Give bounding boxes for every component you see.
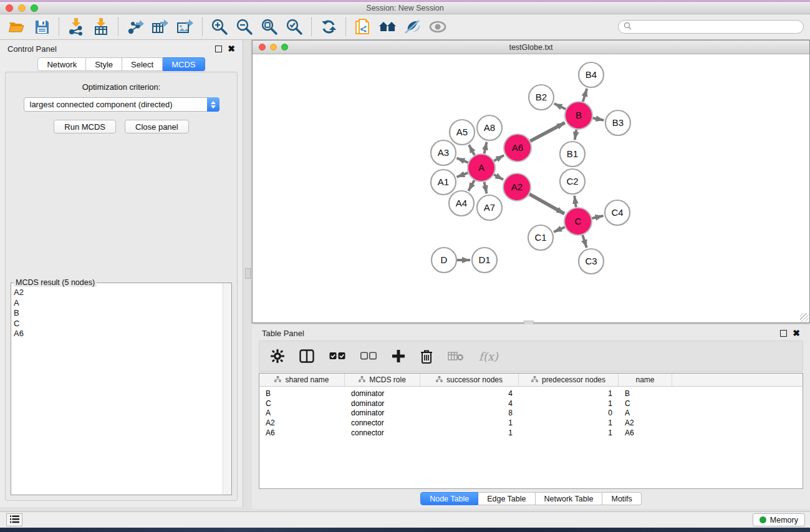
- zoom-fit-button[interactable]: [260, 17, 279, 36]
- import-table-button[interactable]: [92, 17, 110, 36]
- graph-edge-c-c2[interactable]: [574, 196, 576, 207]
- graph-node-a6[interactable]: A6: [504, 134, 531, 162]
- table-row[interactable]: A2connector11A2: [259, 418, 803, 428]
- mcds-result-item[interactable]: A: [14, 298, 223, 309]
- graph-node-c4[interactable]: C4: [605, 200, 630, 225]
- column-header-predecessor-nodes[interactable]: predecessor nodes: [519, 374, 619, 386]
- zoom-in-button[interactable]: [210, 17, 229, 36]
- mcds-result-list[interactable]: A2ABCA6: [11, 285, 223, 495]
- open-session-button[interactable]: [7, 17, 26, 36]
- run-mcds-button[interactable]: Run MCDS: [54, 120, 116, 133]
- close-table-panel-icon[interactable]: ✖: [793, 330, 800, 337]
- graph-node-a[interactable]: A: [468, 154, 495, 181]
- column-header-shared-name[interactable]: shared name: [259, 374, 345, 386]
- function-builder-icon[interactable]: f(x): [479, 350, 498, 363]
- graph-node-b4[interactable]: B4: [579, 62, 604, 87]
- table-cell[interactable]: 1: [420, 418, 519, 427]
- table-cell[interactable]: dominator: [345, 399, 420, 408]
- graph-node-c1[interactable]: C1: [528, 225, 553, 250]
- table-row[interactable]: Cdominator41C: [259, 399, 803, 409]
- network-canvas[interactable]: B4B2BB3A5A8A6A3B1AA1C2A2A4A7C4CC1DD1C3: [253, 54, 809, 322]
- mcds-result-item[interactable]: B: [14, 308, 223, 319]
- import-network-button[interactable]: [67, 17, 85, 36]
- zoom-selected-button[interactable]: [285, 17, 304, 36]
- graph-edge-a-a1[interactable]: [457, 173, 468, 177]
- float-panel-icon[interactable]: [215, 46, 222, 52]
- table-cell[interactable]: C: [259, 399, 345, 408]
- column-header-successor-nodes[interactable]: successor nodes: [420, 374, 519, 386]
- graph-edge-a-a4[interactable]: [468, 180, 474, 191]
- graph-node-d[interactable]: D: [432, 248, 456, 273]
- table-cell[interactable]: 1: [519, 428, 619, 437]
- graph-node-a8[interactable]: A8: [477, 115, 502, 140]
- table-cell[interactable]: 4: [420, 389, 519, 398]
- table-cell[interactable]: 8: [420, 409, 519, 417]
- float-table-panel-icon[interactable]: [780, 330, 787, 337]
- graph-edge-c-c4[interactable]: [592, 216, 603, 218]
- table-tab-node-table[interactable]: Node Table: [420, 492, 478, 505]
- tab-style[interactable]: Style: [86, 57, 122, 71]
- graph-node-d1[interactable]: D1: [472, 248, 497, 273]
- zoom-out-button[interactable]: [235, 17, 254, 36]
- graph-edge-a-a5[interactable]: [469, 145, 475, 155]
- window-resize-grip[interactable]: [800, 313, 809, 322]
- graph-edge-a-a8[interactable]: [485, 142, 487, 154]
- graph-node-c2[interactable]: C2: [560, 169, 585, 194]
- graph-node-a3[interactable]: A3: [431, 140, 456, 165]
- table-cell[interactable]: 0: [519, 409, 619, 417]
- table-tab-network-table[interactable]: Network Table: [536, 492, 603, 505]
- toggle-column-view-icon[interactable]: [299, 349, 314, 363]
- add-column-icon[interactable]: [392, 349, 405, 363]
- delete-column-icon[interactable]: [420, 349, 433, 364]
- table-row[interactable]: Bdominator41B: [259, 389, 803, 399]
- refresh-button[interactable]: [319, 17, 338, 36]
- hide-annotations-button[interactable]: [403, 17, 422, 36]
- table-cell[interactable]: A6: [259, 428, 345, 437]
- close-panel-icon[interactable]: ✖: [228, 46, 235, 52]
- search-field[interactable]: [618, 20, 804, 34]
- mcds-result-item[interactable]: C: [14, 319, 223, 329]
- criterion-dropdown[interactable]: largest connected component (directed): [24, 97, 219, 112]
- graph-edge-a-a6[interactable]: [494, 155, 504, 161]
- task-history-button[interactable]: [6, 513, 22, 526]
- table-row[interactable]: A6connector11A6: [259, 428, 803, 438]
- table-cell[interactable]: B: [259, 389, 345, 398]
- table-cell[interactable]: dominator: [345, 389, 420, 398]
- graph-edge-b-b1[interactable]: [575, 130, 577, 140]
- graph-node-c3[interactable]: C3: [579, 249, 604, 274]
- table-cell[interactable]: B: [619, 389, 672, 398]
- export-image-button[interactable]: [176, 17, 195, 36]
- graph-node-a4[interactable]: A4: [449, 191, 474, 216]
- column-header-name[interactable]: name: [619, 374, 672, 386]
- graph-node-b1[interactable]: B1: [560, 142, 585, 167]
- table-row[interactable]: Adominator80A: [259, 408, 803, 418]
- table-cell[interactable]: A6: [619, 428, 672, 437]
- graph-edge-a-a7[interactable]: [485, 182, 487, 194]
- mcds-result-scrollbar[interactable]: [223, 283, 231, 495]
- vertical-split-handle[interactable]: [245, 268, 251, 279]
- column-header-mcds-role[interactable]: MCDS role: [345, 374, 420, 386]
- graph-edge-b-b3[interactable]: [593, 118, 604, 120]
- table-cell[interactable]: 4: [420, 399, 519, 408]
- tab-network[interactable]: Network: [37, 57, 86, 71]
- table-cell[interactable]: A: [259, 409, 345, 417]
- table-cell[interactable]: A2: [259, 418, 345, 427]
- graph-edge-c-c1[interactable]: [554, 227, 565, 232]
- table-cell[interactable]: 1: [519, 418, 619, 427]
- graph-node-a2[interactable]: A2: [503, 173, 531, 201]
- graph-edge-b-b2[interactable]: [554, 104, 566, 109]
- select-all-icon[interactable]: [329, 352, 345, 360]
- mcds-result-item[interactable]: A6: [14, 329, 223, 339]
- graph-edge-a2-c[interactable]: [529, 194, 564, 214]
- new-network-from-selection-button[interactable]: [354, 17, 372, 36]
- table-tab-motifs[interactable]: Motifs: [602, 492, 641, 505]
- graph-node-a7[interactable]: A7: [477, 195, 502, 220]
- search-input[interactable]: [635, 22, 798, 31]
- deselect-all-icon[interactable]: [360, 352, 377, 360]
- toggle-graphics-details-button[interactable]: [428, 17, 447, 36]
- graph-edge-c-c3[interactable]: [582, 235, 587, 248]
- table-cell[interactable]: connector: [345, 418, 420, 427]
- graph-node-a1[interactable]: A1: [431, 170, 456, 195]
- table-tab-edge-table[interactable]: Edge Table: [478, 492, 535, 505]
- table-cell[interactable]: connector: [345, 428, 420, 437]
